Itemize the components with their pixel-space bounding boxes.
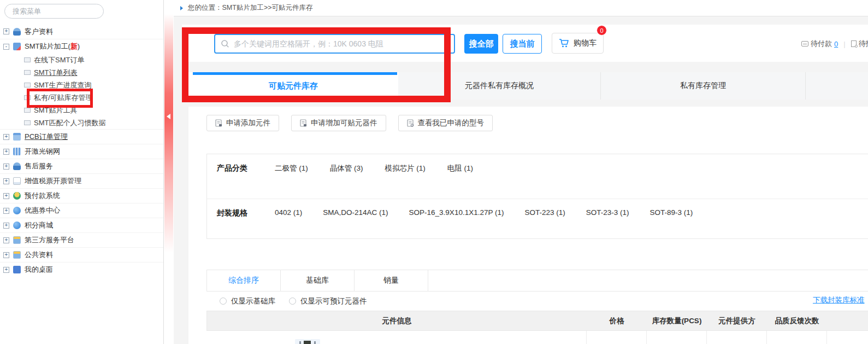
- sidebar-menu: + 客户资料 - SMT贴片加工(新) 在线下SMT订单 SMT订单列表 SMT…: [0, 24, 163, 277]
- sort-tab-basic-library[interactable]: 基础库: [281, 270, 355, 291]
- sidebar-item-coupon-center[interactable]: + 优惠券中心: [0, 203, 163, 218]
- view-my-applications-button[interactable]: 查看我已申请的型号: [398, 115, 493, 131]
- sidebar-collapse-handle[interactable]: [164, 14, 173, 263]
- sidebar-item-laser-stencil[interactable]: + 开激光钢网: [0, 144, 163, 159]
- sidebar-item-smt-processing[interactable]: - SMT贴片加工(新): [0, 39, 163, 54]
- after-sales-icon: [13, 162, 21, 170]
- sidebar-item-vat-invoice[interactable]: + 增值税票开票管理: [0, 173, 163, 188]
- smt-icon: [13, 43, 21, 50]
- collapse-minus-icon[interactable]: -: [3, 44, 9, 50]
- radio-icon: [289, 298, 296, 305]
- expand-plus-icon[interactable]: +: [3, 164, 9, 170]
- expand-plus-icon[interactable]: +: [3, 28, 9, 34]
- sidebar-item-smt-habit-data[interactable]: SMT匹配个人习惯数据: [0, 116, 163, 129]
- public-data-icon: [13, 251, 21, 259]
- collapse-left-arrow-icon: [167, 114, 170, 119]
- package-filter-row: 封装规格 0402 (1) SMA,DO-214AC (1) SOP-16_3.…: [207, 199, 868, 240]
- tab-mountable-inventory[interactable]: 可贴元件库存: [188, 72, 398, 100]
- sidebar-item-smt-order-list[interactable]: SMT订单列表: [0, 66, 163, 79]
- sidebar-item-customer-data[interactable]: + 客户资料: [0, 24, 163, 39]
- search-toolbar: 搜全部 搜当前 购物车 0 待付款 0 | 待报: [182, 25, 868, 62]
- package-option[interactable]: SOT-223 (1): [524, 208, 565, 217]
- sidebar-item-smt-tools[interactable]: SMT贴片工具: [0, 104, 163, 116]
- expand-plus-icon[interactable]: +: [3, 208, 9, 214]
- col-sales-stats: 销售统计: [827, 311, 868, 330]
- col-stock-qty: 库存数量(PCS): [647, 311, 707, 330]
- package-option[interactable]: SOP-16_3.9X10.1X1.27P (1): [409, 208, 504, 217]
- package-option[interactable]: 0402 (1): [275, 208, 302, 217]
- sidebar-item-public-data[interactable]: + 公共资料: [0, 247, 163, 262]
- leaf-icon: [24, 70, 31, 75]
- search-current-button[interactable]: 搜当前: [503, 34, 542, 54]
- sidebar-item-after-sales[interactable]: + 售后服务: [0, 159, 163, 173]
- radio-basic-library-only[interactable]: 仅显示基础库: [220, 296, 275, 306]
- main-area: 您的位置：SMT贴片加工>>可贴元件库存 搜全部 搜当前 购物车 0 待付款 0…: [174, 0, 868, 344]
- sort-tabs: 综合排序 基础库 销量: [206, 270, 868, 291]
- category-option[interactable]: 电阻 (1): [447, 164, 473, 173]
- pcb-icon: [13, 133, 21, 141]
- action-buttons: 申请添加元件 申请增加可贴元器件 查看我已申请的型号: [206, 115, 493, 131]
- expand-plus-icon[interactable]: +: [3, 267, 9, 273]
- expand-plus-icon[interactable]: +: [3, 134, 9, 140]
- package-option[interactable]: SOT-23-3 (1): [586, 208, 629, 217]
- package-label: 封装规格: [217, 208, 256, 218]
- category-option[interactable]: 晶体管 (3): [330, 164, 363, 173]
- col-component-info: 元件信息: [207, 311, 587, 330]
- sidebar-item-points-mall[interactable]: + 积分商城: [0, 218, 163, 232]
- category-option[interactable]: 二极管 (1): [275, 164, 308, 173]
- expand-plus-icon[interactable]: +: [3, 223, 9, 229]
- radio-bookable-only[interactable]: 仅显示可预订元器件: [289, 296, 367, 306]
- sidebar: + 客户资料 - SMT贴片加工(新) 在线下SMT订单 SMT订单列表 SMT…: [0, 0, 164, 344]
- sort-tab-comprehensive[interactable]: 综合排序: [207, 270, 281, 291]
- category-option[interactable]: 模拟芯片 (1): [385, 164, 426, 173]
- new-badge: 新: [70, 42, 78, 50]
- package-option[interactable]: SOT-89-3 (1): [650, 208, 693, 217]
- payment-card-icon: [801, 41, 808, 46]
- sidebar-item-pcb-orders[interactable]: + PCB订单管理: [0, 129, 163, 144]
- sidebar-item-third-party[interactable]: + 第三方服务平台: [0, 232, 163, 247]
- tab-private-inventory-management[interactable]: 私有库存管理: [601, 72, 806, 100]
- leaf-icon: [24, 120, 31, 125]
- pending-quote-label[interactable]: 待报: [859, 39, 868, 49]
- cart-button[interactable]: 购物车: [552, 33, 604, 54]
- sidebar-item-private-inventory[interactable]: 私有/可贴库存管理: [0, 91, 163, 104]
- apply-add-mountable-button[interactable]: 申请增加可贴元器件: [291, 115, 386, 131]
- leaf-icon: [24, 57, 31, 62]
- desktop-icon: [13, 266, 21, 273]
- breadcrumb-arrow-icon: [180, 6, 183, 10]
- leaf-icon: [24, 95, 31, 100]
- breadcrumb: 您的位置：SMT贴片加工>>可贴元件库存: [174, 0, 868, 16]
- display-filters: 仅显示基础库 仅显示可预订元器件: [206, 291, 367, 311]
- package-option[interactable]: SMA,DO-214AC (1): [323, 208, 388, 217]
- category-filter-row: 产品分类 二极管 (1) 晶体管 (3) 模拟芯片 (1) 电阻 (1): [207, 154, 868, 199]
- sidebar-item-offline-smt-order[interactable]: 在线下SMT订单: [0, 54, 163, 66]
- radio-icon: [220, 298, 227, 305]
- expand-plus-icon[interactable]: +: [3, 178, 9, 184]
- stencil-icon: [13, 148, 21, 155]
- sidebar-item-smt-progress[interactable]: SMT生产进度查询: [0, 79, 163, 91]
- account-shortcuts: 待付款 0 | 待报: [801, 39, 868, 49]
- expand-plus-icon[interactable]: +: [3, 193, 9, 199]
- pending-payment-count[interactable]: 0: [834, 40, 838, 48]
- sidebar-search-input[interactable]: [13, 7, 109, 15]
- sidebar-search-box[interactable]: [4, 4, 104, 19]
- expand-plus-icon[interactable]: +: [3, 237, 9, 243]
- keyword-search-box[interactable]: [214, 34, 455, 54]
- download-package-standard-link[interactable]: 下载封装库标准: [813, 295, 865, 305]
- quote-doc-icon: [851, 40, 857, 47]
- search-all-button[interactable]: 搜全部: [464, 34, 498, 54]
- search-icon: [221, 39, 229, 48]
- inventory-tabs: 可贴元件库存 元器件私有库存概况 私有库存管理: [188, 72, 868, 100]
- expand-plus-icon[interactable]: +: [3, 252, 9, 258]
- coupon-icon: [13, 207, 21, 214]
- sort-tab-sales[interactable]: 销量: [355, 270, 428, 291]
- leaf-icon: [24, 108, 31, 113]
- sidebar-item-prepayment[interactable]: + 预付款系统: [0, 188, 163, 203]
- apply-add-component-button[interactable]: 申请添加元件: [206, 115, 279, 131]
- sidebar-item-my-desktop[interactable]: + 我的桌面: [0, 262, 163, 277]
- expand-plus-icon[interactable]: +: [3, 149, 9, 155]
- keyword-search-input[interactable]: [234, 39, 448, 48]
- pending-payment-label[interactable]: 待付款: [811, 39, 832, 49]
- tab-private-inventory-overview[interactable]: 元器件私有库存概况: [398, 72, 601, 100]
- category-label: 产品分类: [217, 164, 256, 173]
